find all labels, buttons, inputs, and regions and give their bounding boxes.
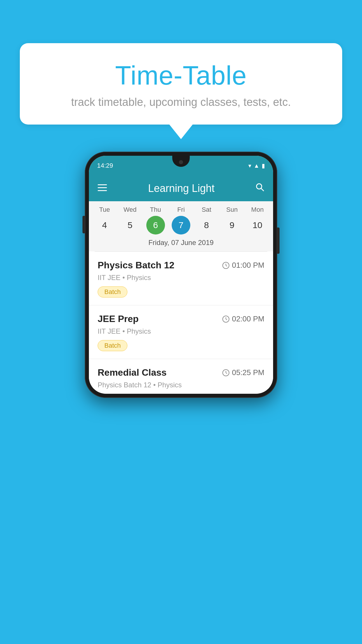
- day-number[interactable]: 6: [146, 216, 165, 235]
- day-name-label: Mon: [251, 206, 264, 214]
- status-time: 14:29: [97, 162, 113, 169]
- svg-point-3: [256, 184, 262, 189]
- bubble-subtitle: track timetable, upcoming classes, tests…: [31, 96, 331, 108]
- clock-icon: [222, 262, 230, 269]
- schedule-item-title: Remedial Class: [98, 367, 167, 378]
- schedule-item-header: Physics Batch 1201:00 PM: [98, 260, 264, 271]
- time-text: 01:00 PM: [232, 261, 264, 270]
- battery-icon: ▮: [262, 162, 265, 169]
- days-row: Tue4Wed5Thu6Fri7Sat8Sun9Mon10: [89, 206, 273, 235]
- day-name-label: Thu: [150, 206, 161, 214]
- calendar-strip: Tue4Wed5Thu6Fri7Sat8Sun9Mon10 Friday, 07…: [89, 201, 273, 251]
- svg-rect-2: [98, 190, 107, 191]
- day-name-label: Wed: [124, 206, 137, 214]
- svg-rect-0: [98, 184, 107, 185]
- clock-icon: [222, 315, 230, 323]
- selected-date-label: Friday, 07 June 2019: [89, 235, 273, 251]
- day-column[interactable]: Tue4: [93, 206, 116, 235]
- day-number[interactable]: 9: [223, 216, 241, 235]
- svg-line-4: [261, 188, 264, 191]
- schedule-time: 05:25 PM: [222, 368, 264, 377]
- svg-line-13: [226, 373, 227, 374]
- day-column[interactable]: Wed5: [118, 206, 142, 235]
- svg-rect-1: [98, 187, 107, 188]
- search-icon[interactable]: [256, 183, 264, 194]
- schedule-item-title: JEE Prep: [98, 314, 139, 324]
- schedule-item[interactable]: Physics Batch 1201:00 PMIIT JEE • Physic…: [89, 252, 273, 305]
- bubble-arrow: [169, 125, 193, 139]
- clock-icon: [222, 369, 230, 377]
- phone-notch: [172, 156, 190, 167]
- speech-bubble-section: Time-Table track timetable, upcoming cla…: [20, 43, 342, 139]
- app-title: Learning Light: [148, 182, 215, 195]
- phone-screen: 14:29 ▾ ▲ ▮ Le: [89, 156, 273, 394]
- svg-line-10: [226, 319, 227, 320]
- day-number[interactable]: 7: [172, 216, 190, 235]
- day-column[interactable]: Thu6: [144, 206, 167, 235]
- schedule-subtitle: IIT JEE • Physics: [98, 327, 264, 335]
- schedule-item-header: Remedial Class05:25 PM: [98, 367, 264, 378]
- day-number[interactable]: 4: [95, 216, 114, 235]
- day-column[interactable]: Sat8: [195, 206, 218, 235]
- schedule-time: 01:00 PM: [222, 261, 264, 270]
- schedule-item-header: JEE Prep02:00 PM: [98, 314, 264, 324]
- hamburger-menu-icon[interactable]: [98, 184, 107, 193]
- time-text: 02:00 PM: [232, 314, 264, 323]
- day-name-label: Fri: [177, 206, 185, 214]
- schedule-list: Physics Batch 1201:00 PMIIT JEE • Physic…: [89, 252, 273, 389]
- app-toolbar: Learning Light: [89, 176, 273, 201]
- day-name-label: Sun: [226, 206, 238, 214]
- signal-icon: ▲: [254, 162, 259, 169]
- day-name-label: Sat: [202, 206, 211, 214]
- schedule-subtitle: Physics Batch 12 • Physics: [98, 381, 264, 389]
- front-camera: [179, 160, 183, 164]
- speech-bubble: Time-Table track timetable, upcoming cla…: [20, 43, 342, 125]
- schedule-subtitle: IIT JEE • Physics: [98, 274, 264, 282]
- phone-mockup: 14:29 ▾ ▲ ▮ Le: [85, 152, 277, 398]
- day-number[interactable]: 10: [248, 216, 267, 235]
- wifi-icon: ▾: [248, 162, 251, 169]
- day-column[interactable]: Fri7: [169, 206, 193, 235]
- bubble-title: Time-Table: [31, 61, 331, 91]
- phone-outer-shell: 14:29 ▾ ▲ ▮ Le: [85, 152, 277, 398]
- batch-badge: Batch: [98, 340, 127, 351]
- schedule-time: 02:00 PM: [222, 314, 264, 323]
- day-name-label: Tue: [99, 206, 110, 214]
- status-icons-group: ▾ ▲ ▮: [248, 162, 265, 169]
- schedule-item[interactable]: Remedial Class05:25 PMPhysics Batch 12 •…: [89, 359, 273, 389]
- batch-badge: Batch: [98, 286, 127, 298]
- time-text: 05:25 PM: [232, 368, 264, 377]
- status-bar: 14:29 ▾ ▲ ▮: [89, 156, 273, 176]
- day-number[interactable]: 8: [197, 216, 216, 235]
- day-number[interactable]: 5: [121, 216, 139, 235]
- schedule-item-title: Physics Batch 12: [98, 260, 174, 271]
- schedule-item[interactable]: JEE Prep02:00 PMIIT JEE • PhysicsBatch: [89, 305, 273, 359]
- svg-line-7: [226, 265, 227, 266]
- day-column[interactable]: Mon10: [246, 206, 269, 235]
- day-column[interactable]: Sun9: [220, 206, 244, 235]
